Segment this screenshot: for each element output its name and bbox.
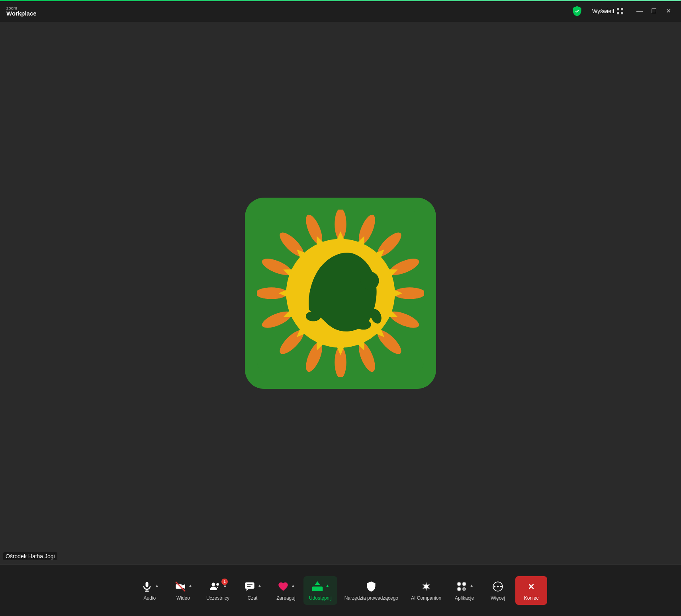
ai-companion-label: AI Companion [411, 595, 441, 601]
toolbar-item-apps[interactable]: ▲ Aplikacje [448, 576, 480, 605]
toolbar-item-react[interactable]: ▲ Zareaguj [270, 576, 302, 605]
camera-icon [174, 580, 187, 593]
chat-icon [243, 580, 256, 593]
svg-point-39 [306, 311, 321, 321]
toolbar-item-chat[interactable]: ▲ Czat [237, 576, 268, 605]
microphone-icon [141, 580, 153, 593]
avatar-card [245, 198, 436, 389]
svg-marker-51 [245, 589, 249, 591]
svg-rect-3 [621, 12, 623, 14]
audio-label: Audio [144, 595, 156, 601]
toolbar: ▲ Audio ▲ Wideo [0, 564, 681, 616]
toolbar-item-more[interactable]: Więcej [482, 576, 514, 605]
participants-label: Uczestnicy [206, 595, 229, 601]
more-icon-row [491, 580, 504, 593]
accent-bar [0, 0, 681, 1]
more-label: Więcej [491, 595, 505, 601]
svg-point-62 [494, 585, 496, 587]
maximize-button[interactable]: ☐ [648, 5, 660, 18]
toolbar-item-video[interactable]: ▲ Wideo [167, 576, 199, 605]
host-tools-icon-row [365, 580, 378, 593]
react-icon-row: ▲ [277, 580, 295, 593]
share-label: Udostępnij [309, 595, 332, 601]
svg-marker-55 [315, 581, 320, 585]
participants-badge: 1 [221, 579, 228, 585]
host-tools-icon [365, 580, 378, 593]
svg-rect-54 [312, 587, 323, 591]
zoom-logo: zoom Workplace [6, 6, 37, 16]
end-label: Koniec [524, 595, 539, 601]
svg-rect-57 [462, 582, 466, 585]
ai-companion-icon [420, 580, 432, 593]
video-icon-row: ▲ [174, 580, 192, 593]
end-icon-row [525, 580, 538, 593]
participant-name-text: Ośrodek Hatha Jogi [6, 553, 55, 559]
titlebar-left: zoom Workplace [6, 6, 37, 16]
yoga-logo-svg [257, 210, 424, 377]
video-chevron: ▲ [188, 583, 192, 588]
chat-icon-row: ▲ [243, 580, 262, 593]
svg-point-63 [497, 585, 499, 587]
close-button[interactable]: ✕ [662, 5, 675, 18]
grid-icon [616, 8, 624, 15]
host-tools-label: Narzędzia prowadzącego [344, 595, 398, 601]
react-label: Zareaguj [276, 595, 295, 601]
apps-label: Aplikacje [455, 595, 474, 601]
toolbar-item-ai-companion[interactable]: AI Companion [405, 576, 447, 605]
video-label: Wideo [176, 595, 190, 601]
share-icon [311, 580, 324, 593]
svg-rect-58 [458, 587, 461, 590]
titlebar: zoom Workplace Wyświetl — ☐ ✕ [0, 0, 681, 22]
svg-rect-56 [458, 582, 461, 585]
svg-point-64 [500, 585, 502, 587]
chat-chevron: ▲ [258, 583, 262, 588]
shield-icon [571, 6, 583, 17]
workplace-text: Workplace [6, 10, 37, 16]
window-controls: — ☐ ✕ [633, 5, 675, 18]
zoom-text: zoom [6, 6, 37, 10]
participant-name-label: Ośrodek Hatha Jogi [3, 552, 57, 560]
apps-icon-row: ▲ [455, 580, 474, 593]
svg-rect-0 [617, 8, 619, 10]
end-call-icon [525, 580, 538, 593]
svg-point-40 [356, 320, 371, 330]
security-badge[interactable] [571, 6, 583, 17]
react-icon [277, 580, 290, 593]
svg-rect-2 [617, 12, 619, 14]
toolbar-item-host-tools[interactable]: Narzędzia prowadzącego [339, 576, 404, 605]
svg-rect-50 [245, 582, 254, 589]
toolbar-item-audio[interactable]: ▲ Audio [134, 576, 166, 605]
share-chevron: ▲ [325, 583, 329, 588]
more-icon [491, 580, 504, 593]
minimize-button[interactable]: — [633, 5, 646, 18]
svg-rect-1 [621, 8, 623, 10]
toolbar-item-end[interactable]: Koniec [515, 576, 547, 605]
ai-companion-icon-row [420, 580, 432, 593]
svg-point-49 [216, 583, 219, 585]
wyswietl-button[interactable]: Wyświetl [589, 6, 627, 16]
svg-point-48 [211, 583, 215, 586]
apps-icon [455, 580, 468, 593]
wyswietl-label: Wyświetl [592, 8, 614, 14]
svg-point-38 [360, 271, 379, 290]
audio-icon-row: ▲ [141, 580, 159, 593]
share-icon-row: ▲ [311, 580, 329, 593]
titlebar-right: Wyświetl — ☐ ✕ [571, 5, 675, 18]
react-chevron: ▲ [291, 583, 295, 588]
toolbar-item-share[interactable]: ▲ Udostępnij [303, 576, 337, 605]
svg-rect-42 [145, 582, 148, 587]
audio-chevron: ▲ [155, 583, 159, 588]
main-content [0, 22, 681, 564]
chat-label: Czat [248, 595, 258, 601]
apps-chevron: ▲ [470, 583, 474, 588]
toolbar-item-participants[interactable]: ▲ 1 Uczestnicy [201, 576, 235, 605]
participants-icon [209, 580, 221, 593]
